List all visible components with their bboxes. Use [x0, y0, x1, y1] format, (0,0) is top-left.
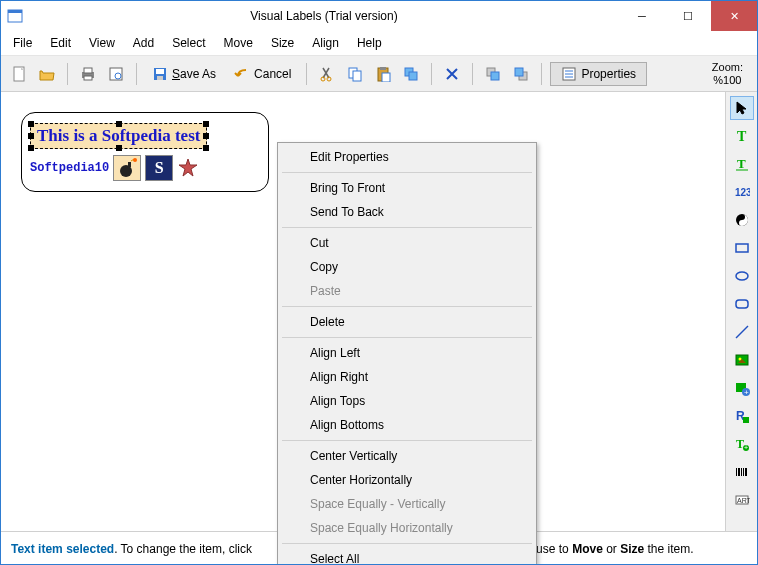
saveas-button[interactable]: Save As [145, 62, 223, 86]
ctx-align-right[interactable]: Align Right [280, 365, 534, 389]
duplicate-button[interactable] [399, 62, 423, 86]
menu-edit[interactable]: Edit [42, 33, 79, 53]
print-preview-button[interactable] [104, 62, 128, 86]
svg-rect-17 [382, 73, 390, 82]
cancel-label: Cancel [254, 67, 291, 81]
paste-button[interactable] [371, 62, 395, 86]
copy-button[interactable] [343, 62, 367, 86]
resize-handle[interactable] [203, 121, 209, 127]
tool-pointer[interactable] [730, 96, 754, 120]
softpedia-text-item[interactable]: Softpedia10 [30, 161, 109, 175]
tool-rounded-rect[interactable] [730, 292, 754, 316]
svg-rect-55 [745, 468, 747, 476]
tool-counter[interactable]: 123 [730, 180, 754, 204]
resize-handle[interactable] [116, 145, 122, 151]
resize-handle[interactable] [203, 145, 209, 151]
tool-rectangle[interactable] [730, 236, 754, 260]
workspace: This is a Softpedia test Softpedia10 S E… [1, 92, 757, 531]
send-back-button[interactable] [509, 62, 533, 86]
tool-art-text[interactable]: ART [730, 488, 754, 512]
design-canvas[interactable]: This is a Softpedia test Softpedia10 S E… [1, 92, 725, 531]
ctx-align-left[interactable]: Align Left [280, 341, 534, 365]
cut-button[interactable] [315, 62, 339, 86]
properties-icon [561, 66, 577, 82]
svg-rect-4 [84, 68, 92, 73]
maximize-button[interactable]: ☐ [665, 1, 711, 31]
ctx-center-vertically[interactable]: Center Vertically [280, 444, 534, 468]
ctx-bring-front[interactable]: Bring To Front [280, 176, 534, 200]
ctx-cut[interactable]: Cut [280, 231, 534, 255]
tool-text-underline[interactable]: T [730, 152, 754, 176]
ctx-align-tops[interactable]: Align Tops [280, 389, 534, 413]
tool-line[interactable] [730, 320, 754, 344]
minimize-button[interactable]: ─ [619, 1, 665, 31]
ctx-align-bottoms[interactable]: Align Bottoms [280, 413, 534, 437]
tool-image-r[interactable]: R [730, 404, 754, 428]
resize-handle[interactable] [28, 145, 34, 151]
separator [282, 172, 532, 173]
save-icon [152, 66, 168, 82]
titlebar: Visual Labels (Trial version) ─ ☐ ✕ [1, 1, 757, 31]
ctx-send-back[interactable]: Send To Back [280, 200, 534, 224]
delete-button[interactable] [440, 62, 464, 86]
properties-button[interactable]: Properties [550, 62, 647, 86]
separator [136, 63, 137, 85]
menu-help[interactable]: Help [349, 33, 390, 53]
svg-text:+: + [744, 388, 749, 396]
svg-rect-51 [736, 468, 737, 476]
svg-rect-1 [8, 10, 22, 13]
ctx-space-vertically: Space Equally - Vertically [280, 492, 534, 516]
ctx-select-all[interactable]: Select All [280, 547, 534, 565]
svg-rect-14 [353, 71, 361, 81]
menu-move[interactable]: Move [216, 33, 261, 53]
svg-text:T: T [737, 156, 746, 171]
svg-rect-54 [743, 468, 744, 476]
menu-add[interactable]: Add [125, 33, 162, 53]
separator [282, 440, 532, 441]
bring-front-button[interactable] [481, 62, 505, 86]
ctx-edit-properties[interactable]: Edit Properties [280, 145, 534, 169]
tool-ellipse[interactable] [730, 264, 754, 288]
menu-view[interactable]: View [81, 33, 123, 53]
resize-handle[interactable] [28, 121, 34, 127]
svg-point-30 [133, 158, 137, 162]
ctx-center-horizontally[interactable]: Center Horizontally [280, 468, 534, 492]
status-text: the item. [644, 542, 693, 556]
separator [282, 227, 532, 228]
svg-rect-10 [157, 76, 163, 80]
menu-select[interactable]: Select [164, 33, 213, 53]
menu-size[interactable]: Size [263, 33, 302, 53]
close-button[interactable]: ✕ [711, 1, 757, 31]
menu-align[interactable]: Align [304, 33, 347, 53]
svg-rect-9 [156, 69, 164, 74]
tool-barcode[interactable] [730, 460, 754, 484]
resize-handle[interactable] [28, 133, 34, 139]
selected-text-item[interactable]: This is a Softpedia test [30, 123, 207, 149]
cancel-button[interactable]: Cancel [227, 62, 298, 86]
tool-image[interactable] [730, 348, 754, 372]
tool-yinyang[interactable] [730, 208, 754, 232]
menu-file[interactable]: File [5, 33, 40, 53]
tool-text[interactable]: T [730, 124, 754, 148]
tool-image-add[interactable]: + [730, 376, 754, 400]
ctx-delete[interactable]: Delete [280, 310, 534, 334]
tool-text-add[interactable]: T+ [730, 432, 754, 456]
svg-line-40 [736, 326, 748, 338]
star-clipart[interactable] [177, 157, 199, 179]
svg-rect-29 [128, 162, 131, 167]
zoom-indicator: Zoom: %100 [712, 61, 751, 87]
svg-point-38 [736, 272, 748, 280]
resize-handle[interactable] [116, 121, 122, 127]
open-button[interactable] [35, 62, 59, 86]
status-selected: Text item selected [11, 542, 114, 556]
label-design[interactable]: This is a Softpedia test Softpedia10 S [21, 112, 269, 192]
svg-rect-16 [380, 67, 386, 70]
svg-rect-52 [738, 468, 740, 476]
new-button[interactable] [7, 62, 31, 86]
print-button[interactable] [76, 62, 100, 86]
undo-icon [234, 66, 250, 82]
ctx-copy[interactable]: Copy [280, 255, 534, 279]
resize-handle[interactable] [203, 133, 209, 139]
s-stamp-clipart[interactable]: S [145, 155, 173, 181]
bomb-clipart[interactable] [113, 155, 141, 181]
